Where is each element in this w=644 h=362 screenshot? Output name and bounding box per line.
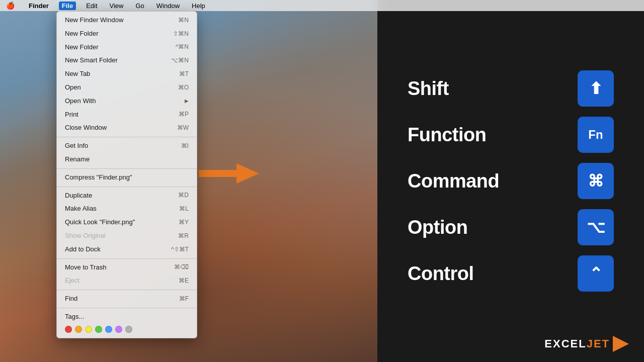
tag-orange[interactable]	[75, 326, 82, 333]
menu-bar: 🍎 Finder File Edit View Go Window Help	[0, 0, 644, 11]
option-icon: ⌥	[578, 209, 614, 245]
tag-red[interactable]	[65, 326, 72, 333]
window-menu-item[interactable]: Window	[154, 2, 182, 10]
orange-arrow-container	[199, 161, 259, 188]
control-row: Control ⌃	[408, 255, 614, 292]
file-dropdown-menu: New Finder Window ⌘N New Folder ⇧⌘N New …	[56, 11, 197, 338]
control-label: Control	[408, 263, 474, 285]
open-with-item[interactable]: Open With ▶	[57, 95, 197, 108]
tag-yellow[interactable]	[85, 326, 92, 333]
brand-excel-text: EXCELJET	[544, 337, 610, 350]
get-info-item[interactable]: Get Info ⌘I	[57, 139, 197, 153]
new-folder-2-item[interactable]: New Folder ^⌘N	[57, 41, 197, 54]
fn-icon: Fn	[578, 117, 614, 153]
keyboard-shortcut-panel: Shift ⬆ Function Fn Command ⌘ Option ⌥ C…	[377, 0, 644, 362]
duplicate-item[interactable]: Duplicate ⌘D	[57, 189, 197, 203]
show-original-item: Show Original ⌘R	[57, 229, 197, 243]
tag-gray[interactable]	[125, 326, 132, 333]
tags-color-row	[57, 324, 197, 336]
edit-menu-item[interactable]: Edit	[84, 2, 99, 10]
close-window-item[interactable]: Close Window ⌘W	[57, 121, 197, 135]
option-row: Option ⌥	[408, 209, 614, 245]
command-label: Command	[408, 170, 499, 192]
quick-look-item[interactable]: Quick Look "Finder.png" ⌘Y	[57, 216, 197, 229]
rename-item[interactable]: Rename	[57, 153, 197, 166]
control-icon: ⌃	[578, 255, 614, 292]
make-alias-item[interactable]: Make Alias ⌘L	[57, 202, 197, 216]
option-label: Option	[408, 217, 467, 238]
tag-purple[interactable]	[115, 326, 122, 333]
separator-6	[57, 308, 197, 308]
eject-item: Eject ⌘E	[57, 274, 197, 288]
brand-arrow-icon	[613, 336, 629, 352]
new-folder-item[interactable]: New Folder ⇧⌘N	[57, 27, 197, 41]
new-finder-window-item[interactable]: New Finder Window ⌘N	[57, 14, 197, 27]
separator-5	[57, 290, 197, 290]
svg-marker-0	[199, 163, 259, 184]
find-item[interactable]: Find ⌘F	[57, 292, 197, 306]
orange-arrow-icon	[199, 161, 259, 186]
apple-menu[interactable]: 🍎	[4, 2, 17, 10]
tags-item[interactable]: Tags...	[57, 310, 197, 324]
function-label: Function	[408, 124, 486, 146]
finder-menu-item[interactable]: Finder	[27, 2, 51, 10]
view-menu-item[interactable]: View	[108, 2, 126, 10]
add-to-dock-item[interactable]: Add to Dock ^⇧⌘T	[57, 243, 197, 256]
print-item[interactable]: Print ⌘P	[57, 108, 197, 122]
move-to-trash-item[interactable]: Move to Trash ⌘⌫	[57, 261, 197, 275]
separator-3	[57, 187, 197, 187]
tag-blue[interactable]	[105, 326, 112, 333]
exceljet-brand: EXCELJET	[544, 336, 629, 352]
separator-2	[57, 168, 197, 169]
shift-row: Shift ⬆	[408, 70, 614, 107]
file-menu-item[interactable]: File	[59, 2, 76, 10]
go-menu-item[interactable]: Go	[134, 2, 146, 10]
help-menu-item[interactable]: Help	[190, 2, 207, 10]
tag-green[interactable]	[95, 326, 102, 333]
compress-item[interactable]: Compress "Finder.png"	[57, 171, 197, 185]
command-row: Command ⌘	[408, 163, 614, 199]
open-item[interactable]: Open ⌘O	[57, 81, 197, 95]
separator-4	[57, 258, 197, 259]
shift-label: Shift	[408, 78, 449, 100]
new-smart-folder-item[interactable]: New Smart Folder ⌥⌘N	[57, 54, 197, 67]
separator-1	[57, 137, 197, 137]
function-row: Function Fn	[408, 117, 614, 153]
shift-icon: ⬆	[578, 70, 614, 107]
command-icon: ⌘	[578, 163, 614, 199]
new-tab-item[interactable]: New Tab ⌘T	[57, 67, 197, 81]
